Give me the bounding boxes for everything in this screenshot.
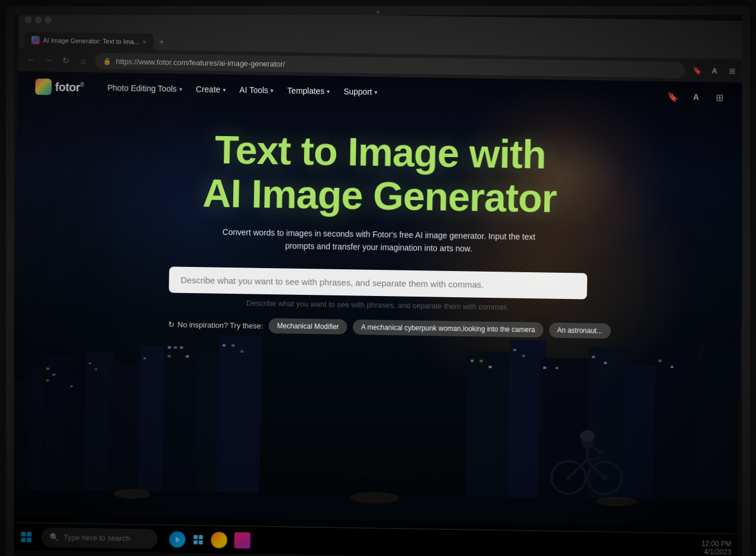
refresh-icon: ↻: [168, 320, 174, 329]
taskbar: 🔍 Type here to search b: [14, 522, 737, 556]
svg-point-45: [350, 491, 399, 504]
svg-rect-40: [604, 362, 607, 364]
window-controls: [25, 16, 52, 24]
svg-rect-38: [555, 367, 558, 369]
ai-prompt-input[interactable]: [169, 267, 587, 300]
svg-line-52: [587, 460, 605, 477]
svg-rect-31: [695, 343, 740, 530]
logo-text: fotor®: [55, 80, 84, 94]
svg-line-51: [569, 460, 587, 477]
logo[interactable]: fotor®: [35, 79, 84, 95]
new-tab-btn[interactable]: +: [153, 34, 169, 50]
start-button[interactable]: [16, 526, 37, 548]
task-view-icon: [194, 534, 203, 544]
suggestion-chip-1[interactable]: Mechanical Modifier: [269, 318, 347, 334]
svg-line-54: [587, 457, 602, 460]
taskbar-app-extra[interactable]: [231, 529, 253, 551]
svg-rect-26: [507, 340, 547, 527]
svg-point-55: [581, 434, 593, 448]
lock-icon: 🔒: [103, 57, 111, 65]
hero-content: Text to Image with AI Image Generator Co…: [14, 101, 742, 341]
svg-rect-37: [543, 366, 546, 369]
chevron-icon: ▾: [270, 87, 273, 94]
nav-item-templates[interactable]: Templates ▾: [287, 86, 330, 96]
refresh-btn[interactable]: ↻: [60, 56, 72, 65]
nav-item-ai-tools[interactable]: AI Tools ▾: [240, 85, 274, 95]
taskbar-task-view[interactable]: [190, 531, 206, 547]
suggestion-chip-3[interactable]: An astronaut...: [549, 323, 611, 339]
tab-favicon: [31, 36, 40, 44]
taskbar-bing[interactable]: b: [167, 529, 188, 550]
svg-point-50: [602, 476, 607, 480]
reader-view-icon[interactable]: A: [708, 64, 721, 77]
taskbar-search[interactable]: 🔍 Type here to search: [41, 527, 158, 548]
svg-point-47: [551, 461, 586, 494]
taskbar-tray: 12:00 PM 4/1/2023: [701, 539, 732, 556]
windows-logo: [21, 532, 31, 542]
home-btn[interactable]: ⌂: [77, 56, 89, 65]
inspiration-label: ↻ No inspiration? Try these:: [168, 320, 263, 330]
nav-menu: Photo Editing Tools ▾ Create ▾ AI Tools …: [107, 83, 377, 97]
svg-rect-35: [513, 349, 516, 351]
camera: [376, 10, 380, 14]
svg-rect-32: [470, 359, 473, 362]
svg-rect-30: [652, 354, 704, 529]
win-ctrl-1: [25, 16, 32, 23]
svg-point-56: [580, 430, 595, 441]
nav-item-create[interactable]: Create ▾: [196, 84, 226, 94]
tab-title: AI Image Generator: Text to Ima...: [43, 37, 139, 45]
svg-rect-25: [465, 351, 516, 526]
svg-point-46: [595, 497, 638, 507]
chevron-icon: ▾: [327, 88, 330, 94]
tab-close-btn[interactable]: ×: [142, 38, 147, 45]
website-content: fotor® Photo Editing Tools ▾ Create: [14, 71, 742, 556]
search-wrapper: [169, 267, 587, 300]
bookmark-icon[interactable]: 🔖: [691, 64, 704, 77]
hero-subtitle: Convert words to images in seconds with …: [216, 225, 541, 256]
firefox-icon: [211, 532, 227, 548]
extra-app-icon: [234, 532, 250, 548]
hero-title: Text to Image with AI Image Generator: [202, 127, 558, 220]
win-ctrl-3: [45, 16, 52, 23]
chevron-icon: ▾: [375, 89, 377, 95]
suggestion-chip-2[interactable]: A mechanical cyberpunk woman,looking int…: [353, 320, 543, 338]
fotor-logo-icon: [35, 79, 51, 95]
svg-point-48: [566, 475, 570, 480]
url-text: https://www.fotor.com/features/ai-image-…: [116, 57, 285, 69]
layout-icon[interactable]: ⊞: [711, 89, 728, 105]
nav-right: 🔖 A ⊞: [665, 88, 728, 106]
svg-rect-27: [537, 358, 595, 527]
font-size-icon[interactable]: A: [688, 88, 704, 105]
svg-rect-39: [592, 356, 595, 358]
svg-rect-36: [522, 355, 525, 357]
taskbar-apps: b: [167, 529, 253, 551]
nav-item-photo-editing[interactable]: Photo Editing Tools ▾: [107, 83, 182, 94]
nav-item-support[interactable]: Support ▾: [344, 87, 377, 97]
chevron-icon: ▾: [223, 86, 226, 92]
active-tab[interactable]: AI Image Generator: Text to Ima... ×: [24, 32, 154, 50]
split-screen-icon[interactable]: ⊞: [726, 65, 739, 77]
bookmark-nav-icon[interactable]: 🔖: [665, 88, 681, 105]
bing-icon: b: [169, 531, 186, 547]
svg-line-57: [587, 443, 602, 454]
svg-rect-41: [658, 359, 661, 362]
tray-time: 12:00 PM 4/1/2023: [701, 539, 732, 556]
search-hint: Describe what you want to see with phras…: [246, 299, 509, 312]
back-btn[interactable]: ←: [25, 55, 37, 65]
forward-btn[interactable]: →: [42, 55, 54, 65]
taskbar-firefox[interactable]: [208, 529, 230, 551]
svg-rect-42: [671, 366, 673, 368]
svg-rect-29: [622, 365, 658, 529]
taskbar-search-text: Type here to search: [63, 533, 130, 543]
browser-actions: 🔖 A ⊞: [691, 64, 739, 77]
win-ctrl-2: [35, 16, 42, 23]
svg-point-49: [588, 462, 622, 495]
svg-rect-28: [586, 347, 631, 528]
svg-rect-33: [480, 360, 483, 362]
chevron-icon: ▾: [179, 85, 182, 92]
svg-rect-34: [488, 366, 491, 368]
taskbar-search-icon: 🔍: [49, 533, 59, 541]
